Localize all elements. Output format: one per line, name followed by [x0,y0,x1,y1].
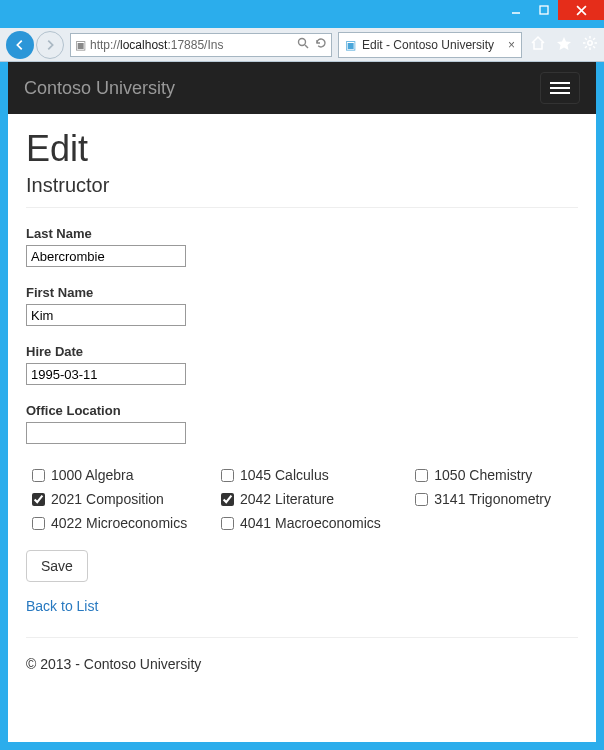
office-location-label: Office Location [26,403,578,418]
svg-point-4 [299,39,306,46]
first-name-input[interactable] [26,304,186,326]
divider [26,207,578,208]
url-prefix: http:// [90,38,120,52]
app-navbar: Contoso University [8,62,596,114]
svg-line-14 [585,46,587,48]
page-title: Edit [26,128,578,170]
back-to-list-link[interactable]: Back to List [26,598,98,614]
save-button[interactable]: Save [26,550,88,582]
svg-line-12 [593,46,595,48]
window-close-button[interactable] [558,0,604,20]
home-icon[interactable] [530,35,546,55]
nav-back-button[interactable] [6,31,34,59]
browser-tab[interactable]: ▣ Edit - Contoso University × [338,32,522,58]
course-checkbox-1000[interactable] [32,469,45,482]
tab-close-icon[interactable]: × [508,38,515,52]
first-name-label: First Name [26,285,578,300]
search-icon[interactable] [297,37,309,52]
hire-date-input[interactable] [26,363,186,385]
url-rest: :17885/Ins [167,38,223,52]
svg-line-11 [585,38,587,40]
footer-text: © 2013 - Contoso University [26,656,578,672]
url-input[interactable]: ▣ http://localhost:17885/Ins [70,33,332,57]
window-titlebar [0,0,604,28]
footer-divider [26,637,578,638]
gear-icon[interactable] [582,35,598,55]
course-table: 1000 Algebra 1045 Calculus 1050 Chemistr… [26,462,578,536]
favorites-icon[interactable] [556,35,572,55]
window-minimize-button[interactable] [502,0,530,20]
course-checkbox-4022[interactable] [32,517,45,530]
nav-forward-button[interactable] [36,31,64,59]
course-label: 4022 Microeconomics [51,515,187,531]
svg-line-13 [593,38,595,40]
nav-toggle-button[interactable] [540,72,580,104]
last-name-input[interactable] [26,245,186,267]
course-checkbox-1045[interactable] [221,469,234,482]
last-name-label: Last Name [26,226,578,241]
page-icon: ▣ [75,38,86,52]
url-host: localhost [120,38,167,52]
course-label: 1045 Calculus [240,467,329,483]
course-checkbox-3141[interactable] [415,493,428,506]
browser-toolbar: ▣ http://localhost:17885/Ins ▣ Edit - Co… [0,28,604,62]
course-label: 2021 Composition [51,491,164,507]
refresh-icon[interactable] [315,37,327,52]
course-label: 4041 Macroeconomics [240,515,381,531]
page-subtitle: Instructor [26,174,578,197]
course-checkbox-2021[interactable] [32,493,45,506]
course-label: 3141 Trigonometry [434,491,551,507]
svg-point-6 [588,40,592,44]
brand-label[interactable]: Contoso University [24,78,175,99]
course-checkbox-2042[interactable] [221,493,234,506]
course-checkbox-4041[interactable] [221,517,234,530]
ie-icon: ▣ [345,38,356,52]
office-location-input[interactable] [26,422,186,444]
svg-rect-1 [540,6,548,14]
course-checkbox-1050[interactable] [415,469,428,482]
page-content: Edit Instructor Last Name First Name Hir… [8,114,596,686]
svg-line-5 [305,45,308,48]
course-label: 1050 Chemistry [434,467,532,483]
course-label: 2042 Literature [240,491,334,507]
tab-title: Edit - Contoso University [362,38,494,52]
hire-date-label: Hire Date [26,344,578,359]
course-label: 1000 Algebra [51,467,134,483]
page-viewport: Contoso University Edit Instructor Last … [8,62,596,742]
window-maximize-button[interactable] [530,0,558,20]
